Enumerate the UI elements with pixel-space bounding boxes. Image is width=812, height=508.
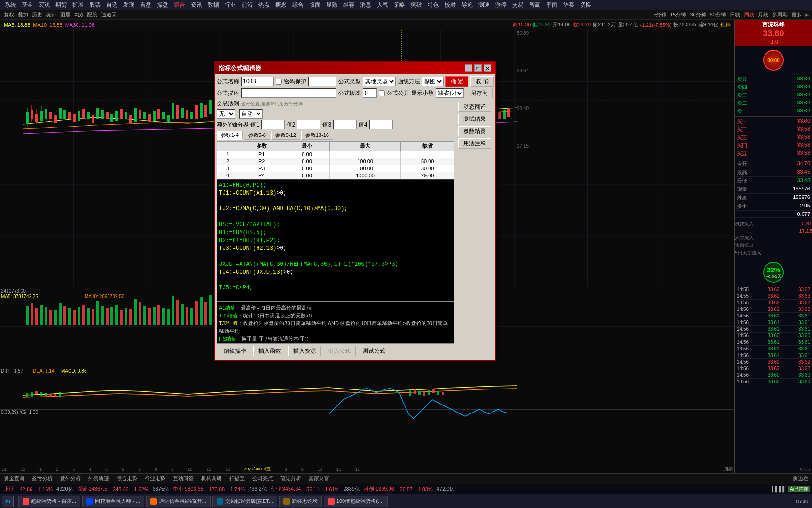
- menu-item-breakthrough[interactable]: 突破: [408, 1, 425, 9]
- nav-industry-trend[interactable]: 行业走势: [141, 475, 169, 482]
- menu-item-futures[interactable]: 期货: [53, 1, 70, 9]
- usage-button[interactable]: 用法注释: [458, 138, 491, 149]
- menu-item-watch[interactable]: 看盘: [137, 1, 154, 9]
- period-weekly[interactable]: 周线: [742, 11, 756, 18]
- menu-item-show-hide[interactable]: 显隐: [323, 1, 340, 9]
- nav-note-analysis[interactable]: 笔记分析: [277, 475, 305, 482]
- nav-company-highlight[interactable]: 公司亮点: [249, 475, 277, 482]
- formula-editor-dialog[interactable]: 指标公式编辑器 _ □ ✕ 公式名称 密码保护 公式类型 其他类型 画线方法: [214, 61, 496, 361]
- decimals-select[interactable]: 缺省位数: [436, 88, 464, 98]
- password-checkbox[interactable]: [276, 79, 282, 85]
- dialog-minimize-button[interactable]: _: [465, 64, 472, 72]
- menu-item-aggregate[interactable]: 聚合: [171, 1, 188, 9]
- period-15min[interactable]: 15分钟: [668, 11, 688, 18]
- val3-input[interactable]: [333, 120, 357, 129]
- menu-item-strategy[interactable]: 策略: [391, 1, 408, 9]
- tab-param-13-16[interactable]: 参数13-16: [301, 131, 333, 140]
- nav-institution-research[interactable]: 机构调研: [197, 475, 226, 482]
- menu-item-expand[interactable]: 扩展: [70, 1, 86, 9]
- toolbar-btn-history[interactable]: 历史: [30, 11, 44, 18]
- menu-item-layout[interactable]: 版面: [306, 1, 323, 9]
- menu-item-speed[interactable]: 测速: [476, 1, 492, 9]
- toolbar-btn-layer[interactable]: 图层: [58, 11, 72, 18]
- draw-select[interactable]: 副图: [422, 77, 444, 86]
- menu-item-stocks[interactable]: 股票: [86, 1, 103, 9]
- val2-input[interactable]: [297, 120, 320, 129]
- taskbar-item-5[interactable]: 新标志论坛: [279, 496, 322, 507]
- dialog-maximize-button[interactable]: □: [474, 64, 482, 72]
- menu-item-limit-up[interactable]: 涨停: [492, 1, 509, 9]
- taskbar-item-4[interactable]: 交易帧经典版[森ET...: [212, 496, 277, 507]
- version-input[interactable]: [363, 88, 377, 98]
- val4-input[interactable]: [369, 120, 393, 129]
- nav-profit-loss[interactable]: 盈亏分析: [28, 475, 56, 482]
- menu-item-system[interactable]: 系统: [2, 1, 19, 9]
- insert-src-button[interactable]: 插入资源: [288, 346, 321, 356]
- period-multiperiod[interactable]: 多周期: [770, 11, 789, 18]
- taskbar-item-3[interactable]: 通达信金融经纬(开...: [146, 496, 211, 507]
- menu-item-huatai[interactable]: 华泰: [560, 1, 577, 9]
- menu-item-composite[interactable]: 综合: [289, 1, 306, 9]
- period-more[interactable]: 更多: [789, 11, 804, 18]
- menu-item-switch[interactable]: 切换: [577, 1, 594, 9]
- taskbar-item-1[interactable]: 超级强势板 - 百度...: [18, 496, 80, 507]
- edit-ops-button[interactable]: 编辑操作: [219, 346, 251, 356]
- val1-input[interactable]: [261, 120, 285, 129]
- toolbar-btn-copy[interactable]: 复权: [2, 11, 16, 18]
- menu-item-message[interactable]: 消息: [357, 1, 374, 9]
- menu-item-favorite[interactable]: 自选: [103, 1, 120, 9]
- menu-item-industry[interactable]: 行业: [222, 1, 239, 9]
- menu-item-flat[interactable]: 平面: [543, 1, 560, 9]
- period-30min[interactable]: 30分钟: [688, 11, 708, 18]
- menu-item-data[interactable]: 数据: [205, 1, 222, 9]
- menu-item-wisdom[interactable]: 智赢: [526, 1, 543, 9]
- nav-sidebar-right[interactable]: 侧边栏: [789, 475, 812, 482]
- menu-item-trade[interactable]: 操盘: [154, 1, 171, 9]
- insert-func-button[interactable]: 插入函数: [253, 346, 286, 356]
- menu-item-校对[interactable]: 校对: [442, 1, 459, 9]
- toolbar-btn-f10[interactable]: F10: [72, 12, 85, 18]
- nav-fund-query[interactable]: 资金查询: [0, 475, 28, 482]
- import-formula-button[interactable]: 引入公式: [323, 346, 356, 356]
- menu-item-maintain[interactable]: 维赛: [340, 1, 357, 9]
- password-input[interactable]: [308, 77, 336, 86]
- param-wizard-button[interactable]: 参数精灵: [458, 126, 491, 136]
- cancel-button[interactable]: 取 消: [470, 76, 493, 87]
- period-5min[interactable]: 5分钟: [651, 11, 668, 18]
- toolbar-btn-stat[interactable]: 统计: [44, 11, 58, 18]
- toolbar-btn-ipo[interactable]: 配股: [85, 11, 99, 18]
- menu-item-special[interactable]: 特色: [425, 1, 442, 9]
- code-editor[interactable]: A1:=HHU(H,P1); TJ1:=COUNT(A1,13)>0; TJ2:…: [217, 179, 454, 302]
- menu-item-macro[interactable]: 宏观: [36, 1, 53, 9]
- menu-item-frontier[interactable]: 前沿: [239, 1, 256, 9]
- toolbar-btn-add[interactable]: 叠加: [16, 11, 30, 18]
- taskbar-item-2[interactable]: 同花顺金融大师 - ...: [82, 496, 144, 507]
- menu-item-discover[interactable]: 发现: [120, 1, 137, 9]
- desc-input[interactable]: [241, 88, 336, 98]
- menu-item-news[interactable]: 资讯: [188, 1, 205, 9]
- tab-param-9-12[interactable]: 参数9-12: [271, 131, 300, 140]
- nav-composite-trend[interactable]: 综合走势: [113, 475, 141, 482]
- dynamic-translate-button[interactable]: 动态翻译: [458, 102, 491, 112]
- save-another-button[interactable]: 另存为: [466, 88, 493, 98]
- name-input[interactable]: [241, 77, 274, 86]
- period-daily[interactable]: 日线: [728, 11, 742, 18]
- confirm-button[interactable]: 确 定: [445, 76, 468, 87]
- test-formula-button[interactable]: 测试公式: [358, 346, 390, 356]
- menu-item-guide[interactable]: 导览: [459, 1, 476, 9]
- nav-foreign-track[interactable]: 外资轨迹: [85, 475, 113, 482]
- test-result-button[interactable]: 测试结果: [458, 114, 491, 124]
- nav-scanner[interactable]: 扫描宝: [226, 475, 249, 482]
- nav-external-analysis[interactable]: 盘外分析: [56, 475, 85, 482]
- menu-item-fund[interactable]: 基金: [19, 1, 36, 9]
- type-select[interactable]: 其他类型: [363, 77, 396, 86]
- menu-item-trade2[interactable]: 交易: [509, 1, 526, 9]
- nav-rich-wealth[interactable]: 富家财富: [305, 475, 333, 482]
- public-formula-checkbox[interactable]: [379, 90, 385, 96]
- tab-param-5-8[interactable]: 参数5-8: [244, 131, 270, 140]
- no-select[interactable]: 无: [217, 109, 235, 119]
- auto-select[interactable]: 自动: [239, 109, 263, 119]
- menu-item-popularity[interactable]: 人气: [374, 1, 391, 9]
- nav-interactive-qa[interactable]: 互动问答: [169, 475, 197, 482]
- period-monthly[interactable]: 月线: [756, 11, 770, 18]
